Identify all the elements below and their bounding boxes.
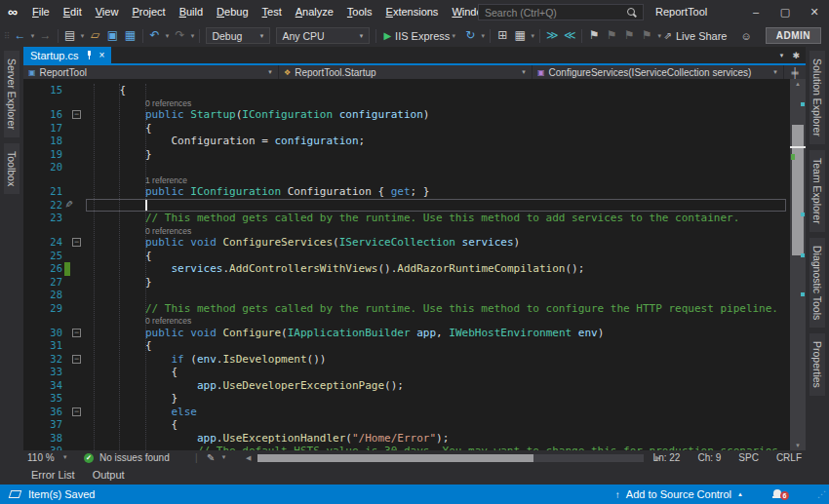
navigate-forward-icon[interactable]: → xyxy=(37,24,55,47)
breakpoint-margin[interactable] xyxy=(23,379,41,393)
breakpoint-margin[interactable] xyxy=(23,148,41,162)
close-icon[interactable]: ✕ xyxy=(800,0,829,24)
breakpoint-margin[interactable] xyxy=(23,135,41,148)
navigate-back-dropdown[interactable]: ▼ xyxy=(30,33,36,39)
menu-debug[interactable]: Debug xyxy=(210,0,255,24)
column-indicator[interactable]: Ch: 9 xyxy=(697,450,721,465)
space-mode-indicator[interactable]: SPC xyxy=(738,450,759,465)
code-line-15[interactable]: 15 { xyxy=(23,84,790,97)
code-line-30[interactable]: 30– public void Configure(IApplicationBu… xyxy=(23,327,790,340)
fold-margin[interactable]: – xyxy=(70,236,86,250)
quick-search-box[interactable]: Search (Ctrl+Q) xyxy=(478,4,644,20)
breakpoint-margin[interactable] xyxy=(23,122,41,136)
code-text[interactable]: if (env.IsDevelopment()) xyxy=(86,353,326,367)
code-text[interactable] xyxy=(86,289,94,302)
code-text[interactable]: else xyxy=(86,406,197,419)
redo-icon[interactable]: ↷ xyxy=(171,24,188,47)
feedback-icon[interactable]: ☺ xyxy=(740,30,751,42)
code-line-27[interactable]: 27 } xyxy=(23,276,790,290)
menu-file[interactable]: File xyxy=(25,0,57,24)
codelens-references[interactable]: 1 reference xyxy=(145,175,187,185)
line-indent-icon[interactable]: ≫ xyxy=(543,24,561,47)
code-line-25[interactable]: 25 { xyxy=(23,250,790,263)
breakpoint-margin[interactable] xyxy=(23,406,41,419)
code-text[interactable]: public IConfiguration Configuration { ge… xyxy=(86,185,429,199)
solution-platform-dropdown[interactable]: Any CPU▼ xyxy=(276,27,370,44)
code-text[interactable]: { xyxy=(86,122,152,136)
code-text[interactable] xyxy=(86,161,94,174)
code-line-26[interactable]: 26 services.AddControllersWithViews().Ad… xyxy=(23,262,790,276)
redo-dropdown[interactable]: ▼ xyxy=(189,33,195,39)
code-line-16[interactable]: 16– public Startup(IConfiguration config… xyxy=(23,108,790,122)
code-text[interactable]: { xyxy=(86,84,126,97)
tool-tab-team-explorer[interactable]: Team Explorer xyxy=(809,150,826,232)
solution-configuration-dropdown[interactable]: Debug▼ xyxy=(206,27,270,44)
start-debugging-button[interactable]: ▶IIS Express▼ xyxy=(383,30,457,42)
fold-collapse-icon[interactable]: – xyxy=(72,110,81,119)
code-line-18[interactable]: 18 Configuration = configuration; xyxy=(23,135,790,148)
add-to-source-control-button[interactable]: Add to Source Control xyxy=(626,488,731,500)
code-line-17[interactable]: 17 { xyxy=(23,122,790,136)
open-file-icon[interactable]: ▱ xyxy=(87,24,104,47)
fold-margin[interactable]: – xyxy=(70,353,86,367)
tool-tab-solution-explorer[interactable]: Solution Explorer xyxy=(809,51,826,144)
search-icon[interactable] xyxy=(627,8,637,18)
scroll-up-icon[interactable]: ▲ xyxy=(790,81,806,87)
menu-test[interactable]: Test xyxy=(256,0,289,24)
breakpoint-margin[interactable] xyxy=(23,199,41,213)
tool-tab-properties[interactable]: Properties xyxy=(809,333,826,396)
navigate-back-icon[interactable]: ← xyxy=(12,24,29,47)
code-text[interactable]: } xyxy=(86,148,152,162)
fold-margin[interactable]: – xyxy=(70,406,86,419)
breakpoint-margin[interactable] xyxy=(23,108,41,122)
scroll-left-icon[interactable]: ◀ xyxy=(246,450,251,465)
breakpoint-margin[interactable] xyxy=(23,161,41,174)
line-ending-indicator[interactable]: CRLF xyxy=(776,450,802,465)
breakpoint-margin[interactable] xyxy=(23,289,41,302)
code-text[interactable]: app.UseExceptionHandler("/Home/Error"); xyxy=(86,432,449,446)
browser-preview-dropdown[interactable]: ▼ xyxy=(530,33,535,39)
refresh-icon[interactable]: ↻ xyxy=(461,24,479,47)
vertical-scrollbar[interactable]: ▲ ▼ xyxy=(790,79,806,450)
type-dropdown[interactable]: ❖ReportTool.Startup▼ xyxy=(279,65,533,79)
code-editor[interactable]: 15 { 0 references16– public Startup(ICon… xyxy=(23,79,806,450)
zoom-level-dropdown[interactable]: 110 %▼ xyxy=(27,450,68,465)
menu-tools[interactable]: Tools xyxy=(340,0,379,24)
breakpoint-margin[interactable] xyxy=(23,250,41,263)
breakpoint-margin[interactable] xyxy=(23,276,41,290)
code-text[interactable]: { xyxy=(86,250,152,263)
menu-build[interactable]: Build xyxy=(173,0,210,24)
window-options-gear-icon[interactable]: ✱ xyxy=(792,51,800,60)
project-dropdown[interactable]: ▣ReportTool▼ xyxy=(23,65,279,79)
minimize-icon[interactable]: – xyxy=(741,0,770,24)
breakpoint-margin[interactable] xyxy=(23,236,41,250)
fold-collapse-icon[interactable]: – xyxy=(72,238,81,247)
tool-tab-diagnostic-tools[interactable]: Diagnostic Tools xyxy=(809,238,826,328)
panel-tab-error-list[interactable]: Error List xyxy=(23,467,83,483)
code-text[interactable]: // This method gets called by the runtim… xyxy=(86,302,778,316)
code-text[interactable]: { xyxy=(86,339,152,353)
breakpoint-margin[interactable] xyxy=(23,302,41,316)
breakpoint-margin[interactable] xyxy=(23,212,41,225)
code-text[interactable]: public void ConfigureServices(IServiceCo… xyxy=(86,236,520,250)
fold-collapse-icon[interactable]: – xyxy=(72,407,81,416)
code-text[interactable]: services.AddControllersWithViews().AddRa… xyxy=(86,262,584,276)
live-share-button[interactable]: ⇗Live Share xyxy=(664,30,728,42)
toolbar-drag-grip[interactable]: ⠿ xyxy=(4,31,10,41)
clear-bookmarks-icon[interactable]: ⚑ xyxy=(638,24,655,47)
fold-collapse-icon[interactable]: – xyxy=(72,329,81,337)
fold-margin[interactable]: – xyxy=(70,327,86,340)
menu-analyze[interactable]: Analyze xyxy=(289,0,340,24)
breakpoint-margin[interactable] xyxy=(23,418,41,432)
horizontal-scrollbar-thumb[interactable] xyxy=(257,454,533,462)
code-text[interactable]: Configuration = configuration; xyxy=(86,135,365,148)
tool-tab-toolbox[interactable]: Toolbox xyxy=(4,143,20,194)
previous-bookmark-icon[interactable]: ⚑ xyxy=(603,24,620,47)
maximize-icon[interactable]: ▢ xyxy=(770,0,800,24)
new-project-dropdown[interactable]: ▼ xyxy=(80,33,86,39)
breakpoint-margin[interactable] xyxy=(23,84,41,97)
code-line-24[interactable]: 24– public void ConfigureServices(IServi… xyxy=(23,236,790,250)
code-text[interactable]: { xyxy=(86,418,178,432)
horizontal-scrollbar[interactable] xyxy=(257,454,644,462)
breakpoint-margin[interactable] xyxy=(23,392,41,406)
